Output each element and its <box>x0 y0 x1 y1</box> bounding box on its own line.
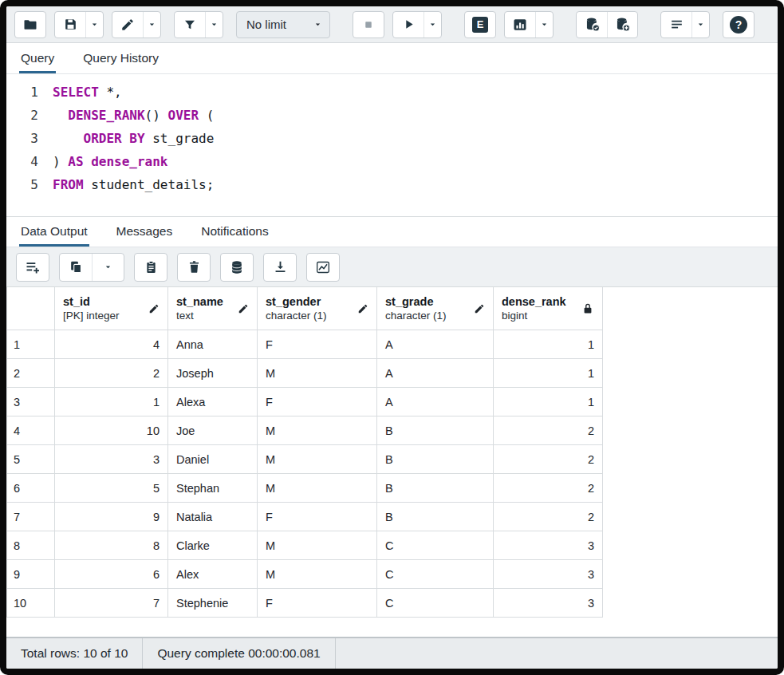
row-number-cell[interactable]: 2 <box>7 359 55 388</box>
grid-cell-st_id[interactable]: 2 <box>55 359 168 388</box>
grid-cell-st_gender[interactable]: M <box>258 474 377 503</box>
column-header-st_id[interactable]: st_id[PK] integer <box>55 287 168 330</box>
download-button[interactable] <box>264 254 296 281</box>
grid-cell-st_name[interactable]: Stephenie <box>168 589 258 618</box>
save-menu-button[interactable] <box>85 12 103 38</box>
grid-cell-dense_rank[interactable]: 3 <box>494 560 603 589</box>
grid-cell-st_gender[interactable]: M <box>258 531 377 560</box>
grid-cell-st_gender[interactable]: M <box>258 359 377 388</box>
grid-cell-dense_rank[interactable]: 1 <box>494 359 603 388</box>
grid-cell-st_gender[interactable]: F <box>258 503 377 531</box>
grid-cell-st_name[interactable]: Clarke <box>168 531 258 560</box>
grid-cell-dense_rank[interactable]: 2 <box>494 474 603 503</box>
grid-cell-st_grade[interactable]: A <box>377 359 494 388</box>
grid-cell-st_id[interactable]: 9 <box>55 503 168 531</box>
grid-cell-st_name[interactable]: Alexa <box>168 388 258 416</box>
add-row-button[interactable] <box>17 254 49 281</box>
execute-menu-button[interactable] <box>424 12 441 38</box>
column-header-st_name[interactable]: st_nametext <box>168 287 258 330</box>
grid-cell-dense_rank[interactable]: 2 <box>494 445 603 474</box>
grid-cell-dense_rank[interactable]: 2 <box>494 503 603 531</box>
grid-cell-st_name[interactable]: Daniel <box>168 445 258 474</box>
row-number-cell[interactable]: 6 <box>7 474 55 503</box>
grid-cell-st_gender[interactable]: M <box>258 445 377 474</box>
grid-cell-st_name[interactable]: Stephan <box>168 474 258 503</box>
grid-cell-st_id[interactable]: 10 <box>55 416 168 445</box>
save-data-button[interactable] <box>221 254 253 281</box>
tab-data-output[interactable]: Data Output <box>19 217 89 247</box>
save-button[interactable] <box>55 12 85 38</box>
tab-messages[interactable]: Messages <box>115 217 175 247</box>
grid-cell-st_name[interactable]: Joseph <box>168 359 258 388</box>
paste-button[interactable] <box>135 254 167 281</box>
copy-menu-button[interactable] <box>92 254 124 281</box>
macro-button[interactable] <box>661 12 691 38</box>
delete-button[interactable] <box>178 254 210 281</box>
row-number-cell[interactable]: 10 <box>7 589 55 618</box>
grid-cell-st_id[interactable]: 5 <box>55 474 168 503</box>
grid-cell-dense_rank[interactable]: 2 <box>494 416 603 445</box>
grid-cell-dense_rank[interactable]: 1 <box>494 330 603 359</box>
grid-cell-st_id[interactable]: 6 <box>55 560 168 589</box>
row-number-cell[interactable]: 9 <box>7 560 55 589</box>
tab-notifications[interactable]: Notifications <box>199 217 270 247</box>
grid-cell-st_grade[interactable]: A <box>377 330 494 359</box>
explain-button[interactable]: E <box>465 12 495 38</box>
grid-cell-st_gender[interactable]: F <box>258 388 377 416</box>
column-header-st_gender[interactable]: st_gendercharacter (1) <box>258 287 377 330</box>
grid-cell-st_gender[interactable]: M <box>258 416 377 445</box>
grid-cell-dense_rank[interactable]: 3 <box>494 531 603 560</box>
row-number-cell[interactable]: 7 <box>7 503 55 531</box>
grid-cell-st_id[interactable]: 7 <box>55 589 168 618</box>
grid-cell-st_id[interactable]: 8 <box>55 531 168 560</box>
commit-button[interactable] <box>577 12 607 38</box>
copy-button[interactable] <box>60 254 92 281</box>
explain-menu-button[interactable] <box>535 12 553 38</box>
grid-cell-st_gender[interactable]: F <box>258 330 377 359</box>
grid-cell-st_grade[interactable]: B <box>377 445 494 474</box>
grid-cell-st_id[interactable]: 4 <box>55 330 168 359</box>
grid-cell-dense_rank[interactable]: 1 <box>494 388 603 416</box>
grid-cell-st_name[interactable]: Alex <box>168 560 258 589</box>
grid-cell-st_name[interactable]: Joe <box>168 416 258 445</box>
open-file-button[interactable] <box>15 12 45 38</box>
grid-cell-st_name[interactable]: Anna <box>168 330 258 359</box>
row-number-cell[interactable]: 3 <box>7 388 55 416</box>
rollback-button[interactable] <box>607 12 637 38</box>
macro-menu-button[interactable] <box>691 12 709 38</box>
grid-cell-st_grade[interactable]: B <box>377 474 494 503</box>
sql-editor[interactable]: 1SELECT *,2 DENSE_RANK() OVER (3 ORDER B… <box>6 74 778 216</box>
row-number-cell[interactable]: 5 <box>7 445 55 474</box>
grid-cell-st_grade[interactable]: A <box>377 388 494 416</box>
tab-query-history[interactable]: Query History <box>81 44 160 73</box>
execute-button[interactable] <box>393 12 424 38</box>
grid-cell-st_grade[interactable]: C <box>377 560 494 589</box>
row-number-cell[interactable]: 8 <box>7 531 55 560</box>
column-header-st_grade[interactable]: st_gradecharacter (1) <box>377 287 494 330</box>
filter-menu-button[interactable] <box>205 12 223 38</box>
grid-cell-st_grade[interactable]: B <box>377 416 494 445</box>
help-button[interactable]: ? <box>723 12 754 38</box>
grid-cell-st_id[interactable]: 3 <box>55 445 168 474</box>
filter-button[interactable] <box>175 12 205 38</box>
grid-corner-cell[interactable] <box>7 287 55 330</box>
row-number-cell[interactable]: 4 <box>7 416 55 445</box>
grid-cell-st_name[interactable]: Natalia <box>168 503 258 531</box>
explain-analyze-button[interactable] <box>505 12 535 38</box>
column-header-dense_rank[interactable]: dense_rankbigint <box>494 287 603 330</box>
grid-cell-dense_rank[interactable]: 3 <box>494 589 603 618</box>
edit-button[interactable] <box>112 12 143 38</box>
grid-cell-st_gender[interactable]: M <box>258 560 377 589</box>
tab-query[interactable]: Query <box>19 44 56 73</box>
grid-cell-st_gender[interactable]: F <box>258 589 377 618</box>
row-number-cell[interactable]: 1 <box>7 330 55 359</box>
grid-cell-st_id[interactable]: 1 <box>55 388 168 416</box>
grid-cell-st_grade[interactable]: B <box>377 503 494 531</box>
row-limit-select[interactable]: No limit <box>236 11 330 38</box>
explain-analyze-group <box>504 11 554 38</box>
graph-visualiser-button[interactable] <box>307 254 339 281</box>
grid-cell-st_grade[interactable]: C <box>377 589 494 618</box>
stop-button[interactable] <box>353 12 384 38</box>
grid-cell-st_grade[interactable]: C <box>377 531 494 560</box>
edit-menu-button[interactable] <box>143 12 160 38</box>
